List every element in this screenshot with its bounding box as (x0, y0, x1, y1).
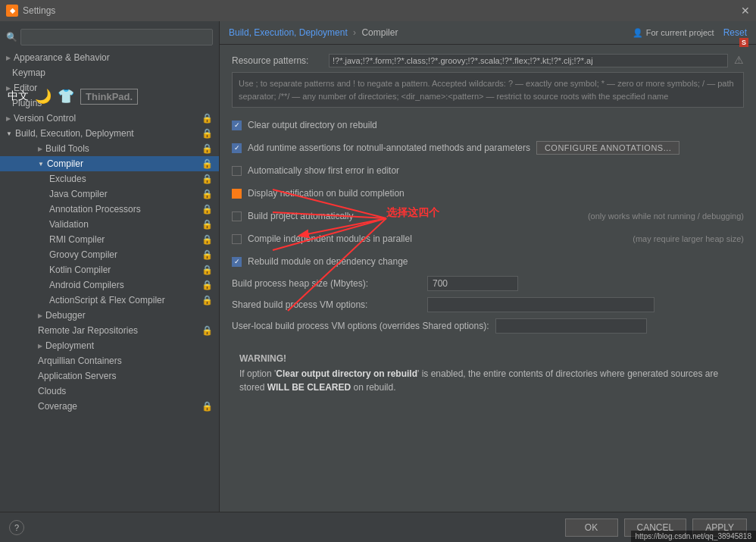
sidebar-item-arquillian[interactable]: Arquillian Containers (0, 353, 219, 368)
sidebar-item-label: Compiler (47, 158, 83, 169)
option-rebuild-dep: Rebuild module on dependency change (232, 253, 744, 270)
sidebar-item-label: Remote Jar Repositories (38, 325, 138, 336)
sidebar-item-label: Annotation Processors (49, 204, 141, 215)
resource-patterns-input[interactable] (329, 54, 728, 67)
arrow-icon: ▶ (6, 85, 11, 92)
lock-icon: 🔒 (201, 113, 213, 124)
sidebar-item-editor[interactable]: ▶ Editor (0, 80, 219, 96)
build-auto-note: (only works while not running / debuggin… (588, 211, 744, 221)
titlebar-left: ◆ Settings (6, 5, 55, 17)
configure-annotations-button[interactable]: CONFIGURE ANNOTATIONS... (536, 141, 679, 155)
lock-icon: 🔒 (201, 174, 213, 184)
option-build-auto: Build project automatically (only works … (232, 208, 744, 224)
search-input[interactable] (20, 29, 213, 45)
build-auto-checkbox[interactable] (232, 211, 242, 221)
hint-text: Use ; to separate patterns and ! to nega… (239, 79, 734, 101)
sidebar-item-coverage[interactable]: Coverage 🔒 (0, 399, 219, 414)
sidebar-item-validation[interactable]: Validation 🔒 (0, 217, 219, 232)
clear-output-checkbox[interactable] (232, 121, 242, 130)
sidebar-item-label: Editor (14, 83, 37, 93)
add-runtime-checkbox[interactable] (232, 143, 242, 153)
auto-show-checkbox[interactable] (232, 166, 242, 176)
sidebar-item-kotlin-compiler[interactable]: Kotlin Compiler 🔒 (0, 262, 219, 277)
sidebar-item-clouds[interactable]: Clouds (0, 384, 219, 399)
sidebar-item-compiler[interactable]: ▼ Compiler 🔒 (0, 156, 219, 171)
heap-size-input[interactable] (427, 276, 518, 291)
lock-icon: 🔒 (201, 219, 213, 230)
lock-icon: 🔒 (201, 401, 213, 412)
sidebar: 🔍 ▶ Appearance & Behavior Keymap ▶ Edito… (0, 21, 220, 512)
shared-vm-row: Shared build process VM options: (232, 297, 744, 312)
sidebar-item-label: Excludes (49, 174, 86, 184)
sidebar-item-deployment[interactable]: ▶ Deployment (0, 338, 219, 353)
hint-box: Use ; to separate patterns and ! to nega… (232, 72, 744, 108)
lock-icon: 🔒 (201, 128, 213, 139)
sidebar-item-android-compilers[interactable]: Android Compilers 🔒 (0, 277, 219, 293)
sidebar-item-label: Application Servers (38, 371, 116, 381)
option-compile-parallel: Compile independent modules in parallel … (232, 230, 744, 247)
ok-button[interactable]: OK (565, 519, 618, 537)
sidebar-item-excludes[interactable]: Excludes 🔒 (0, 171, 219, 186)
compile-parallel-note: (may require larger heap size) (633, 234, 744, 243)
lock-icon: 🔒 (201, 249, 213, 260)
sidebar-item-label: Android Compilers (49, 280, 124, 290)
option-display-notify: Display notification on build completion (232, 185, 744, 202)
sidebar-item-actionscript[interactable]: ActionScript & Flex Compiler 🔒 (0, 293, 219, 308)
sidebar-item-debugger[interactable]: ▶ Debugger (0, 308, 219, 323)
sidebar-item-annotation-processors[interactable]: Annotation Processors 🔒 (0, 202, 219, 217)
window-title: Settings (23, 5, 55, 16)
sidebar-item-groovy-compiler[interactable]: Groovy Compiler 🔒 (0, 247, 219, 262)
search-bar: 🔍 (0, 24, 219, 50)
sidebar-item-label: Clouds (38, 386, 66, 396)
rebuild-dep-checkbox[interactable] (232, 257, 242, 267)
arrow-icon: ▼ (38, 161, 44, 168)
arrow-icon: ▶ (38, 146, 42, 152)
sidebar-item-rmi-compiler[interactable]: RMI Compiler 🔒 (0, 232, 219, 247)
sidebar-item-label: Validation (49, 219, 89, 230)
lock-icon: 🔒 (201, 189, 213, 199)
user-vm-row: User-local build process VM options (ove… (232, 318, 744, 334)
sidebar-item-keymap[interactable]: Keymap (0, 65, 219, 80)
user-vm-input[interactable] (495, 318, 647, 334)
sidebar-item-remote-jar[interactable]: Remote Jar Repositories 🔒 (0, 323, 219, 338)
sidebar-item-build-tools[interactable]: ▶ Build Tools 🔒 (0, 141, 219, 156)
help-button[interactable]: ? (9, 520, 24, 535)
arrow-icon: ▶ (38, 312, 42, 319)
close-button[interactable]: ✕ (741, 5, 750, 17)
display-notify-checkbox[interactable] (232, 189, 242, 199)
rebuild-dep-label: Rebuild module on dependency change (248, 256, 408, 267)
url-bar: https://blog.csdn.net/qq_38945818 (631, 531, 756, 542)
shared-vm-input[interactable] (427, 297, 654, 312)
reset-button[interactable]: Reset (723, 27, 747, 38)
heap-size-row: Build process heap size (Mbytes): (232, 276, 744, 291)
sidebar-item-build-exec-deploy[interactable]: ▼ Build, Execution, Deployment 🔒 (0, 126, 219, 141)
lock-icon: 🔒 (201, 325, 213, 336)
breadcrumb-bar: Build, Execution, Deployment › Compiler … (220, 21, 756, 45)
resource-patterns-row: Resource patterns: ⚠ (232, 54, 744, 67)
sidebar-item-label: Groovy Compiler (49, 249, 117, 260)
warning-box: WARNING! If option 'Clear output directo… (232, 346, 744, 402)
sidebar-item-appearance[interactable]: ▶ Appearance & Behavior (0, 50, 219, 65)
sidebar-item-version-control[interactable]: ▶ Version Control 🔒 (0, 111, 219, 126)
bottom-left: ? (9, 520, 24, 535)
warning-text: If option 'Clear output directory on reb… (239, 367, 736, 394)
sidebar-item-label: Arquillian Containers (38, 356, 122, 366)
sidebar-item-label: Coverage (38, 401, 77, 412)
shared-vm-label: Shared build process VM options: (232, 299, 421, 310)
current-project-label: 👤 For current project (633, 28, 714, 38)
add-runtime-label: Add runtime assertions for notnull-annot… (248, 143, 530, 153)
sidebar-item-label: Version Control (14, 113, 76, 124)
auto-show-label: Automatically show first error in editor (248, 165, 399, 176)
compile-parallel-checkbox[interactable] (232, 234, 242, 244)
warning-title: WARNING! (239, 353, 736, 364)
titlebar: ◆ Settings ✕ (0, 0, 756, 21)
sidebar-item-java-compiler[interactable]: Java Compiler 🔒 (0, 186, 219, 202)
sidebar-item-plugins[interactable]: Plugins (0, 96, 219, 111)
sidebar-item-label: Deployment (45, 340, 94, 351)
breadcrumb-parent-link[interactable]: Build, Execution, Deployment (229, 27, 348, 38)
main-container: 🔍 ▶ Appearance & Behavior Keymap ▶ Edito… (0, 21, 756, 512)
arrow-icon: ▶ (38, 343, 42, 349)
sidebar-item-app-servers[interactable]: Application Servers (0, 368, 219, 384)
sidebar-item-label: RMI Compiler (49, 234, 105, 245)
display-notify-label: Display notification on build completion (248, 188, 405, 199)
